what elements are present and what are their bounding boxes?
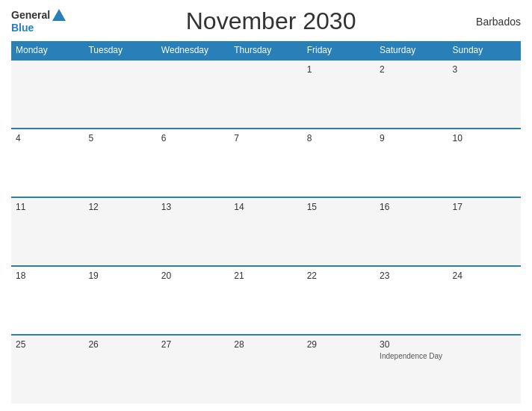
day-number: 3 <box>453 64 516 75</box>
calendar-cell: 9 <box>375 129 448 197</box>
calendar-cell: 8 <box>303 129 375 197</box>
logo-blue-text: Blue <box>11 22 34 34</box>
day-number: 11 <box>16 202 79 212</box>
calendar-cell: 29 <box>303 335 375 404</box>
calendar-cell: 24 <box>448 266 521 335</box>
calendar-body: 1234567891011121314151617181920212223242… <box>11 60 521 404</box>
calendar-cell: 7 <box>229 129 302 197</box>
day-number: 25 <box>16 339 79 350</box>
weekday-header: Saturday <box>375 41 448 60</box>
day-number: 26 <box>88 339 152 350</box>
calendar-cell: 26 <box>84 335 156 404</box>
day-number: 28 <box>234 339 297 350</box>
calendar-cell: 14 <box>229 197 302 266</box>
calendar-cell: 16 <box>375 197 448 266</box>
calendar-cell: 13 <box>157 197 229 266</box>
calendar-cell <box>448 335 521 404</box>
day-number: 13 <box>161 202 225 212</box>
calendar-week-row: 45678910 <box>11 129 521 197</box>
calendar-week-row: 11121314151617 <box>11 197 521 266</box>
logo: General Blue <box>11 9 66 34</box>
calendar-cell: 15 <box>303 197 375 266</box>
day-number: 21 <box>234 271 297 281</box>
weekday-header: Thursday <box>229 41 302 60</box>
calendar-cell: 21 <box>229 266 302 335</box>
calendar-cell: 3 <box>448 60 521 129</box>
weekday-header: Monday <box>11 41 84 60</box>
calendar-cell <box>11 60 84 129</box>
day-number: 14 <box>234 202 297 212</box>
calendar-week-row: 123 <box>11 60 521 129</box>
calendar-table: MondayTuesdayWednesdayThursdayFridaySatu… <box>11 41 521 404</box>
day-number: 12 <box>88 202 152 212</box>
calendar-cell: 5 <box>84 129 156 197</box>
calendar-cell: 2 <box>375 60 448 129</box>
day-number: 5 <box>88 133 152 143</box>
calendar-week-row: 252627282930Independence Day <box>11 335 521 404</box>
calendar-cell <box>157 60 229 129</box>
day-number: 20 <box>161 271 225 281</box>
day-number: 15 <box>307 202 371 212</box>
country-name: Barbados <box>476 16 521 28</box>
calendar-cell: 19 <box>84 266 156 335</box>
calendar-cell: 25 <box>11 335 84 404</box>
calendar-cell: 1 <box>303 60 375 129</box>
logo-general-text: General <box>11 10 50 21</box>
day-number: 27 <box>161 339 225 350</box>
weekday-header: Tuesday <box>84 41 156 60</box>
calendar-cell: 23 <box>375 266 448 335</box>
day-number: 2 <box>380 64 443 75</box>
day-number: 19 <box>88 271 152 281</box>
calendar-cell <box>229 60 302 129</box>
calendar-cell: 10 <box>448 129 521 197</box>
day-number: 29 <box>307 339 371 350</box>
day-number: 7 <box>234 133 297 143</box>
day-number: 8 <box>307 133 371 143</box>
calendar-cell: 22 <box>303 266 375 335</box>
day-number: 1 <box>307 64 371 75</box>
weekday-header: Wednesday <box>157 41 229 60</box>
day-number: 6 <box>161 133 225 143</box>
calendar-week-row: 18192021222324 <box>11 266 521 335</box>
calendar-cell: 18 <box>11 266 84 335</box>
day-number: 23 <box>380 271 443 281</box>
day-number: 18 <box>16 271 79 281</box>
calendar-cell: 20 <box>157 266 229 335</box>
day-number: 17 <box>453 202 516 212</box>
day-number: 4 <box>16 133 79 143</box>
calendar-cell: 12 <box>84 197 156 266</box>
day-number: 10 <box>453 133 516 143</box>
weekday-header: Sunday <box>448 41 521 60</box>
calendar-header: General Blue November 2030 Barbados <box>11 7 521 35</box>
day-number: 22 <box>307 271 371 281</box>
logo-triangle-icon <box>52 9 66 21</box>
calendar-cell <box>84 60 156 129</box>
holiday-name: Independence Day <box>380 352 443 360</box>
calendar-cell: 4 <box>11 129 84 197</box>
calendar-cell: 6 <box>157 129 229 197</box>
calendar-cell: 30Independence Day <box>375 335 448 404</box>
day-number: 24 <box>453 271 516 281</box>
calendar-cell: 28 <box>229 335 302 404</box>
weekday-header: Friday <box>303 41 375 60</box>
calendar-header-row: MondayTuesdayWednesdayThursdayFridaySatu… <box>11 41 521 60</box>
day-number: 9 <box>380 133 443 143</box>
calendar-title: November 2030 <box>186 7 356 35</box>
calendar-cell: 27 <box>157 335 229 404</box>
calendar-cell: 17 <box>448 197 521 266</box>
calendar-cell: 11 <box>11 197 84 266</box>
day-number: 30 <box>380 339 443 350</box>
day-number: 16 <box>380 202 443 212</box>
